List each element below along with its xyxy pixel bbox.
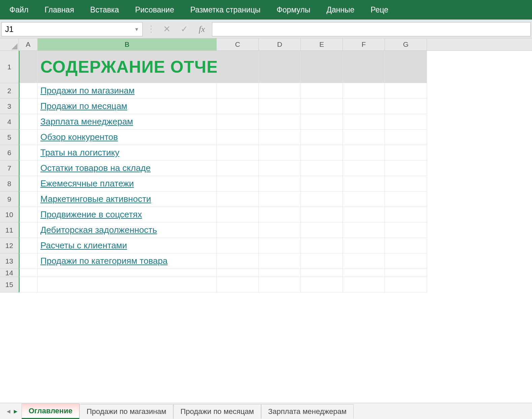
row-header-8[interactable]: 8 <box>0 176 19 191</box>
cell-A10[interactable] <box>19 207 38 222</box>
toc-link[interactable]: Дебиторская задолженность <box>40 225 157 235</box>
cell-B7[interactable]: Остатки товаров на складе <box>38 161 217 176</box>
spreadsheet-grid: A B C D E F G 1 СОДЕРЖАНИЕ ОТЧЕТА 2Прода… <box>0 38 532 403</box>
cell-C1[interactable] <box>217 51 259 83</box>
row-header-13[interactable]: 13 <box>0 253 19 269</box>
toc-link[interactable]: Обзор конкурентов <box>40 132 118 142</box>
formula-bar: J1 ▼ ⋮ ✕ ✓ fx <box>0 20 532 38</box>
cell-B9[interactable]: Маркетинговые активности <box>38 191 217 207</box>
cell-B4[interactable]: Зарплата менеджерам <box>38 114 217 130</box>
cell-B3[interactable]: Продажи по месяцам <box>38 99 217 114</box>
cell-A11[interactable] <box>19 222 38 238</box>
row-header-1[interactable]: 1 <box>0 51 19 83</box>
row-1: 1 СОДЕРЖАНИЕ ОТЧЕТА <box>0 51 532 83</box>
formula-input[interactable] <box>212 22 531 36</box>
sheet-tab[interactable]: Продажи по месяцам <box>173 404 261 419</box>
row-header-3[interactable]: 3 <box>0 99 19 114</box>
name-box[interactable]: J1 ▼ <box>1 22 143 36</box>
select-all-corner[interactable] <box>0 38 19 50</box>
column-headers: A B C D E F G <box>0 38 532 51</box>
name-box-value: J1 <box>5 25 13 34</box>
cell-B8[interactable]: Ежемесячные платежи <box>38 176 217 191</box>
cell-E1[interactable] <box>301 51 343 83</box>
column-header-F[interactable]: F <box>343 38 385 50</box>
tab-prev-icon[interactable]: ◀ <box>5 408 12 415</box>
cell-A5[interactable] <box>19 130 38 145</box>
column-header-G[interactable]: G <box>385 38 427 50</box>
divider: ⋮ <box>145 24 157 34</box>
ribbon-file[interactable]: Файл <box>9 5 29 14</box>
column-header-E[interactable]: E <box>301 38 343 50</box>
cell-A3[interactable] <box>19 99 38 114</box>
cell-B2[interactable]: Продажи по магазинам <box>38 83 217 99</box>
row-header-7[interactable]: 7 <box>0 161 19 176</box>
column-header-A[interactable]: A <box>19 38 38 50</box>
ribbon-home[interactable]: Главная <box>45 5 74 14</box>
tab-nav: ◀ ▶ <box>3 408 22 415</box>
column-header-D[interactable]: D <box>259 38 301 50</box>
ribbon-insert[interactable]: Вставка <box>90 5 119 14</box>
toc-link[interactable]: Траты на логистику <box>40 147 119 158</box>
confirm-icon[interactable]: ✓ <box>177 22 192 36</box>
sheet-tab[interactable]: Продажи по магазинам <box>79 404 173 419</box>
cell-D1[interactable] <box>259 51 301 83</box>
row-header-6[interactable]: 6 <box>0 145 19 161</box>
cell-B11[interactable]: Дебиторская задолженность <box>38 222 217 238</box>
cell-B6[interactable]: Траты на логистику <box>38 145 217 161</box>
cell-A12[interactable] <box>19 238 38 253</box>
row-header-4[interactable]: 4 <box>0 114 19 130</box>
cell-F1[interactable] <box>343 51 385 83</box>
cell-A2[interactable] <box>19 83 38 99</box>
toc-link[interactable]: Продажи по месяцам <box>40 101 127 111</box>
toc-link[interactable]: Расчеты с клиентами <box>40 240 127 251</box>
row-header-14[interactable]: 14 <box>0 269 19 277</box>
row-header-2[interactable]: 2 <box>0 83 19 99</box>
cell-B12[interactable]: Расчеты с клиентами <box>38 238 217 253</box>
cell-A7[interactable] <box>19 161 38 176</box>
cell-A9[interactable] <box>19 191 38 207</box>
cell-A13[interactable] <box>19 253 38 269</box>
tab-next-icon[interactable]: ▶ <box>12 408 19 415</box>
sheet-tabs-bar: ◀ ▶ Оглавление Продажи по магазинам Прод… <box>0 403 532 419</box>
cell-A8[interactable] <box>19 176 38 191</box>
sheet-tab-active[interactable]: Оглавление <box>22 404 79 419</box>
row-header-12[interactable]: 12 <box>0 238 19 253</box>
fx-icon[interactable]: fx <box>194 22 209 36</box>
row-header-9[interactable]: 9 <box>0 191 19 207</box>
toc-link[interactable]: Маркетинговые активности <box>40 194 151 204</box>
cell-B5[interactable]: Обзор конкурентов <box>38 130 217 145</box>
row-header-5[interactable]: 5 <box>0 130 19 145</box>
toc-link[interactable]: Остатки товаров на складе <box>40 163 151 173</box>
ribbon-review[interactable]: Реце <box>370 5 388 14</box>
sheet-tab[interactable]: Зарплата менеджерам <box>261 404 354 419</box>
row-header-10[interactable]: 10 <box>0 207 19 222</box>
toc-link[interactable]: Ежемесячные платежи <box>40 178 134 189</box>
cell-B1-title[interactable]: СОДЕРЖАНИЕ ОТЧЕТА <box>38 51 217 83</box>
cell-B13[interactable]: Продажи по категориям товара <box>38 253 217 269</box>
row-header-11[interactable]: 11 <box>0 222 19 238</box>
cell-A6[interactable] <box>19 145 38 161</box>
cell-B10[interactable]: Продвижение в соцсетях <box>38 207 217 222</box>
row-header-15[interactable]: 15 <box>0 277 19 292</box>
ribbon-draw[interactable]: Рисование <box>135 5 174 14</box>
toc-link[interactable]: Продвижение в соцсетях <box>40 209 142 220</box>
cancel-icon[interactable]: ✕ <box>159 22 174 36</box>
toc-link[interactable]: Зарплата менеджерам <box>40 116 133 127</box>
column-header-C[interactable]: C <box>217 38 259 50</box>
toc-link[interactable]: Продажи по магазинам <box>40 85 135 96</box>
cell-G1[interactable] <box>385 51 427 83</box>
ribbon-data[interactable]: Данные <box>326 5 354 14</box>
cell-A1[interactable] <box>19 51 38 83</box>
chevron-down-icon[interactable]: ▼ <box>134 27 139 32</box>
ribbon-menu: Файл Главная Вставка Рисование Разметка … <box>0 0 532 20</box>
cell-A4[interactable] <box>19 114 38 130</box>
column-header-B[interactable]: B <box>38 38 217 50</box>
ribbon-formulas[interactable]: Формулы <box>277 5 310 14</box>
ribbon-page-layout[interactable]: Разметка страницы <box>190 5 260 14</box>
toc-link[interactable]: Продажи по категориям товара <box>40 256 168 266</box>
